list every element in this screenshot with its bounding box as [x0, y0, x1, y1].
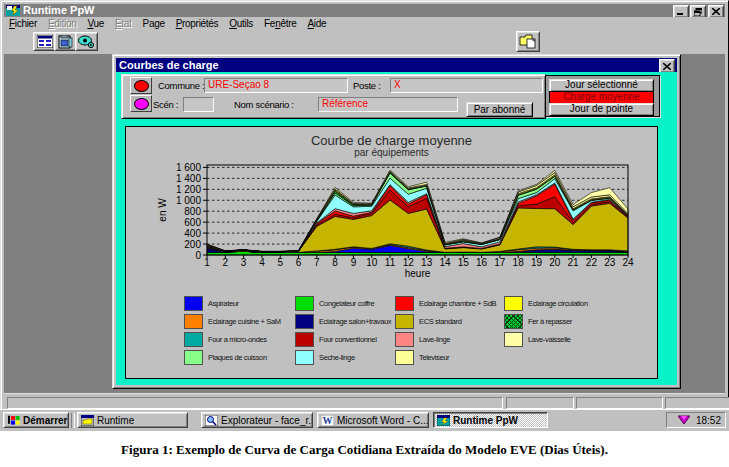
- legend-label: Four a micro-ondes: [208, 335, 267, 344]
- open-copy-button[interactable]: [516, 31, 540, 52]
- toolbar: [4, 31, 725, 54]
- legend-swatch: [395, 332, 414, 347]
- legend-swatch: [184, 296, 203, 311]
- courbes-de-charge-dialog: Courbes de charge Commune : URE-Seçao 8 …: [112, 54, 681, 389]
- menu-item-outils[interactable]: Outils: [224, 17, 258, 31]
- legend-swatch: [504, 332, 523, 347]
- svg-text:1 400: 1 400: [176, 173, 201, 184]
- legend-label: Seche-linge: [319, 353, 355, 362]
- svg-text:16: 16: [476, 257, 488, 268]
- svg-text:4: 4: [259, 257, 265, 268]
- legend-item: Lave-linge: [395, 332, 450, 347]
- scen-field[interactable]: [183, 97, 214, 112]
- table-view-button[interactable]: [33, 32, 56, 51]
- menu-item-etat[interactable]: Etat: [110, 17, 137, 31]
- fields-panel: Commune : URE-Seçao 8 Poste : X Scén : N…: [121, 74, 546, 119]
- task-button-runtime-ppw[interactable]: Runtime PpW: [433, 412, 548, 428]
- scenario-indicator: [130, 95, 152, 112]
- tray-icon: [678, 415, 690, 425]
- scen-label: Scén :: [153, 98, 178, 111]
- par-abonne-button[interactable]: Par abonné: [466, 102, 533, 117]
- menu-item-fenetre[interactable]: Fenêtre: [259, 17, 301, 31]
- menu-item-edition[interactable]: Edition: [43, 17, 81, 31]
- legend-item: ECS standard: [395, 314, 462, 329]
- svg-text:6: 6: [296, 257, 302, 268]
- svg-text:18: 18: [513, 257, 525, 268]
- legend-label: Aspirateur: [208, 299, 239, 308]
- svg-text:7: 7: [314, 257, 320, 268]
- close-icon: [663, 63, 671, 70]
- task-button-explorateur[interactable]: Explorateur - face_r...: [201, 412, 313, 428]
- legend-item: Eclairage salon+travaux: [295, 314, 391, 329]
- svg-text:8: 8: [332, 257, 338, 268]
- clipboard-icon: [58, 35, 73, 49]
- svg-text:200: 200: [184, 239, 201, 250]
- start-label: Démarrer: [23, 415, 67, 426]
- legend-swatch: [184, 350, 203, 365]
- legend-item: Congelateur coffre: [295, 296, 374, 311]
- legend-item: Eclairage circulation: [504, 296, 588, 311]
- task-label: Runtime: [97, 415, 134, 426]
- svg-text:1 000: 1 000: [176, 195, 201, 206]
- dialog-titlebar: Courbes de charge: [116, 58, 677, 72]
- app-icon: [6, 5, 20, 16]
- legend-label: Lave-vaisselle: [528, 335, 571, 344]
- figure-caption: Figura 1: Exemplo de Curva de Carga Coti…: [0, 442, 729, 458]
- dialog-close-button[interactable]: [659, 59, 675, 73]
- svg-text:0: 0: [195, 250, 201, 261]
- task-label: Explorateur - face_r...: [221, 415, 313, 426]
- status-panel-1: [506, 397, 574, 409]
- legend-label: Eclairage circulation: [528, 299, 588, 308]
- svg-text:22: 22: [586, 257, 598, 268]
- dialog-title: Courbes de charge: [119, 59, 219, 71]
- menubar: FichierEditionVueEtatPagePropriétésOutil…: [4, 17, 725, 31]
- poste-field[interactable]: X: [390, 78, 543, 93]
- legend-swatch: [504, 296, 523, 311]
- legend-item: Lave-vaisselle: [504, 332, 571, 347]
- start-button[interactable]: Démarrer: [3, 412, 69, 428]
- folder-window-icon: [81, 415, 94, 426]
- legend-label: Eclairage chambre + SdB: [419, 299, 496, 308]
- system-tray: 18:52: [666, 412, 726, 428]
- legend-swatch: [295, 314, 314, 329]
- legend-label: Eclairage salon+travaux: [319, 317, 391, 326]
- task-label: Runtime PpW: [453, 415, 518, 426]
- status-panel-3: [665, 397, 729, 409]
- folder-page-icon: [519, 34, 537, 49]
- svg-text:en W: en W: [157, 198, 168, 222]
- app-titlebar: Runtime PpW: [4, 4, 725, 17]
- legend-label: Four conventionnel: [319, 335, 377, 344]
- svg-text:10: 10: [366, 257, 378, 268]
- legend-swatch: [504, 314, 523, 329]
- menu-item-page[interactable]: Page: [138, 17, 170, 31]
- nom-scenario-label: Nom scénario :: [234, 98, 294, 111]
- legend-item: Fer à repasser: [504, 314, 572, 329]
- svg-text:9: 9: [351, 257, 357, 268]
- taskbar: Démarrer RuntimeExplorateur - face_r...W…: [0, 409, 729, 431]
- svg-text:3: 3: [241, 257, 247, 268]
- menu-item-proprietes[interactable]: Propriétés: [171, 17, 224, 31]
- legend-swatch: [295, 350, 314, 365]
- svg-text:14: 14: [439, 257, 451, 268]
- jour-de-pointe-button[interactable]: Jour de pointe: [549, 103, 654, 116]
- commune-field[interactable]: URE-Seçao 8: [204, 78, 348, 93]
- menu-item-aide[interactable]: Aide: [302, 17, 331, 31]
- svg-text:W: W: [323, 415, 333, 426]
- task-label: Microsoft Word - C...: [337, 415, 429, 426]
- report-button[interactable]: [54, 32, 77, 51]
- task-button-word[interactable]: WMicrosoft Word - C...: [317, 412, 429, 428]
- nom-scenario-field[interactable]: Référence: [318, 97, 458, 112]
- legend-item: Eclairage chambre + SdB: [395, 296, 496, 311]
- preview-button[interactable]: [75, 32, 98, 51]
- chart-panel: Courbe de charge moyenne par équipements…: [125, 126, 658, 379]
- task-button-runtime[interactable]: Runtime: [77, 412, 188, 428]
- legend-label: Eclairage cuisine + SaM: [208, 317, 281, 326]
- eye-gear-icon: [78, 35, 95, 48]
- taskbar-divider: [71, 413, 75, 428]
- menu-item-vue[interactable]: Vue: [82, 17, 109, 31]
- svg-text:11: 11: [385, 257, 396, 268]
- legend-label: ECS standard: [419, 317, 462, 326]
- menu-item-fichier[interactable]: Fichier: [4, 17, 42, 31]
- legend-swatch: [395, 350, 414, 365]
- screenshot: Runtime PpW: [0, 0, 729, 467]
